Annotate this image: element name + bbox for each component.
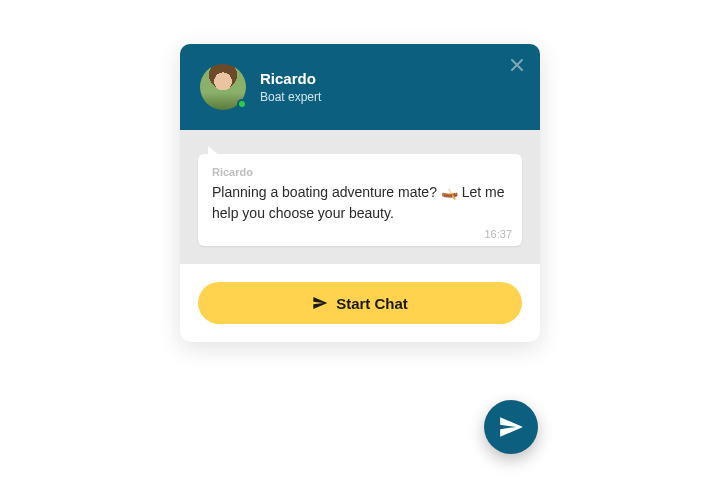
chat-footer: Start Chat [180,264,540,342]
agent-avatar[interactable] [200,64,246,110]
message-sender: Ricardo [212,166,508,178]
chat-launcher-fab[interactable] [484,400,538,454]
start-chat-button[interactable]: Start Chat [198,282,522,324]
paper-plane-icon [312,295,328,311]
chat-header: Ricardo Boat expert [180,44,540,130]
paper-plane-icon [498,414,524,440]
chat-body: Ricardo Planning a boating adventure mat… [180,130,540,264]
presence-indicator [237,99,247,109]
message-text: Planning a boating adventure mate? 🛶 Let… [212,182,508,224]
message-time: 16:37 [484,228,512,240]
agent-name: Ricardo [260,70,321,88]
chat-widget: Ricardo Boat expert Ricardo Planning a b… [180,44,540,342]
start-chat-label: Start Chat [336,295,408,312]
message-bubble: Ricardo Planning a boating adventure mat… [198,154,522,246]
agent-info: Ricardo Boat expert [260,70,321,104]
agent-role: Boat expert [260,90,321,104]
close-icon [508,56,526,74]
close-button[interactable] [508,56,526,74]
